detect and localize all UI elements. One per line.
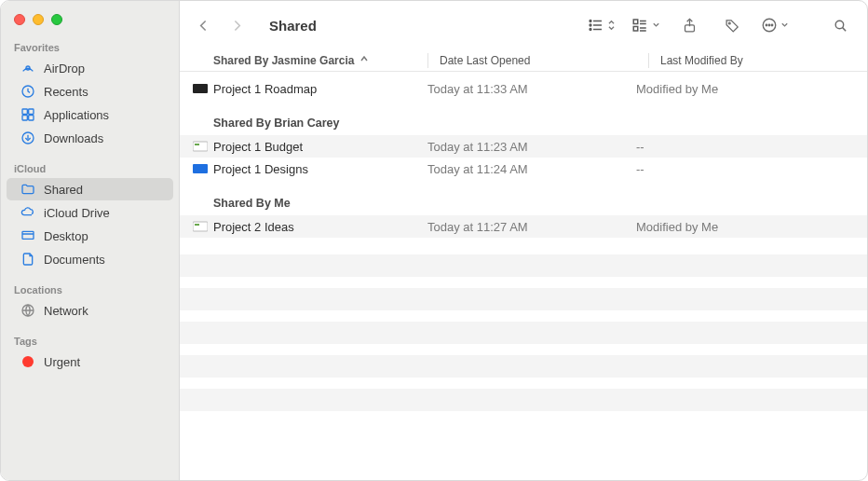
more-button[interactable] bbox=[761, 17, 789, 34]
svg-rect-26 bbox=[195, 224, 199, 226]
file-date: Today at 11:27 AM bbox=[427, 220, 636, 234]
sidebar-group-tags: Tags Urgent bbox=[1, 332, 179, 383]
file-modified-by: -- bbox=[636, 162, 867, 176]
toolbar-actions bbox=[588, 12, 854, 38]
column-header-label: Shared By Jasmine Garcia bbox=[213, 54, 354, 67]
globe-icon bbox=[20, 303, 35, 319]
group-header: Shared By Me bbox=[180, 180, 867, 215]
file-name: Project 2 Ideas bbox=[213, 220, 427, 234]
svg-point-15 bbox=[728, 22, 730, 24]
sidebar-item-icloud-drive[interactable]: iCloud Drive bbox=[7, 201, 173, 224]
forward-button[interactable] bbox=[223, 12, 251, 38]
chevron-down-icon bbox=[652, 20, 660, 31]
back-button[interactable] bbox=[189, 12, 217, 38]
sidebar-item-label: Desktop bbox=[44, 229, 88, 243]
sidebar-group-title: iCloud bbox=[1, 159, 179, 178]
doc-dark-icon bbox=[191, 83, 210, 94]
sidebar-group-title: Locations bbox=[1, 281, 179, 299]
svg-point-20 bbox=[835, 21, 844, 29]
tag-dot-icon bbox=[20, 354, 35, 370]
sidebar-item-label: Shared bbox=[44, 183, 83, 197]
sidebar-group-title: Favorites bbox=[1, 38, 179, 57]
group-header: Shared By Brian Carey bbox=[180, 100, 867, 135]
svg-rect-25 bbox=[193, 222, 208, 231]
column-headers: Shared By Jasmine Garcia Date Last Opene… bbox=[180, 49, 867, 72]
chevron-down-icon bbox=[780, 20, 789, 31]
documents-icon bbox=[20, 252, 35, 268]
sidebar-item-network[interactable]: Network bbox=[7, 299, 173, 322]
column-header-name[interactable]: Shared By Jasmine Garcia bbox=[213, 54, 427, 67]
svg-rect-23 bbox=[195, 144, 199, 145]
view-list-button[interactable] bbox=[588, 17, 616, 34]
search-button[interactable] bbox=[826, 12, 854, 38]
sidebar-item-label: Recents bbox=[44, 85, 88, 99]
sidebar-item-label: Urgent bbox=[44, 355, 80, 369]
svg-rect-7 bbox=[22, 231, 34, 239]
shared-folder-icon bbox=[20, 182, 35, 198]
column-header-date[interactable]: Date Last Opened bbox=[440, 54, 648, 67]
window-title: Shared bbox=[269, 18, 317, 34]
svg-rect-12 bbox=[633, 20, 638, 24]
column-header-modified[interactable]: Last Modified By bbox=[660, 54, 867, 67]
file-date: Today at 11:33 AM bbox=[427, 82, 636, 96]
desktop-icon bbox=[20, 228, 35, 244]
svg-rect-22 bbox=[193, 142, 208, 151]
svg-rect-4 bbox=[22, 116, 27, 120]
file-list: Shared By Jasmine Garcia Date Last Opene… bbox=[180, 49, 867, 480]
doc-sheet-icon bbox=[191, 221, 210, 232]
sidebar-item-label: AirDrop bbox=[44, 62, 85, 76]
file-name: Project 1 Designs bbox=[213, 162, 427, 176]
sidebar-item-downloads[interactable]: Downloads bbox=[7, 127, 173, 149]
file-modified-by: -- bbox=[636, 140, 867, 154]
file-row[interactable]: Project 1 Roadmap Today at 11:33 AM Modi… bbox=[180, 77, 867, 100]
doc-sheet-icon bbox=[191, 141, 210, 152]
doc-blue-icon bbox=[191, 163, 210, 174]
svg-rect-2 bbox=[22, 109, 27, 114]
sidebar-group-favorites: Favorites AirDrop Recents Applications bbox=[1, 38, 179, 159]
svg-rect-13 bbox=[633, 27, 638, 32]
sidebar-group-title: Tags bbox=[1, 332, 179, 350]
svg-point-11 bbox=[590, 29, 591, 31]
svg-point-10 bbox=[590, 24, 591, 26]
file-name: Project 1 Budget bbox=[213, 140, 427, 154]
file-row[interactable]: Project 1 Designs Today at 11:24 AM -- bbox=[180, 158, 867, 180]
empty-rows bbox=[180, 254, 867, 411]
file-row[interactable]: Project 1 Budget Today at 11:23 AM -- bbox=[180, 135, 867, 158]
sidebar-item-label: Downloads bbox=[44, 131, 103, 145]
file-name: Project 1 Roadmap bbox=[213, 82, 427, 96]
svg-rect-21 bbox=[193, 84, 208, 93]
minimize-window-button[interactable] bbox=[33, 14, 44, 25]
sort-ascending-icon bbox=[359, 54, 369, 67]
column-header-label: Date Last Opened bbox=[440, 54, 530, 67]
sidebar-item-shared[interactable]: Shared bbox=[7, 178, 173, 200]
share-button[interactable] bbox=[675, 12, 703, 38]
file-modified-by: Modified by Me bbox=[636, 82, 867, 96]
fullscreen-window-button[interactable] bbox=[51, 14, 62, 25]
close-window-button[interactable] bbox=[14, 14, 25, 25]
window-controls bbox=[1, 8, 179, 38]
view-group-button[interactable] bbox=[631, 17, 660, 34]
download-icon bbox=[20, 131, 35, 146]
sidebar-item-desktop[interactable]: Desktop bbox=[7, 225, 173, 247]
tags-button[interactable] bbox=[718, 12, 746, 38]
cloud-icon bbox=[20, 205, 35, 221]
sidebar-group-icloud: iCloud Shared iCloud Drive Desktop bbox=[1, 159, 179, 281]
chevron-updown-icon bbox=[607, 20, 616, 31]
sidebar-item-label: Documents bbox=[44, 253, 105, 267]
svg-point-18 bbox=[768, 24, 770, 26]
sidebar-item-tag-urgent[interactable]: Urgent bbox=[7, 350, 173, 373]
sidebar-item-recents[interactable]: Recents bbox=[7, 80, 173, 103]
svg-point-19 bbox=[771, 24, 773, 26]
file-row[interactable]: Project 2 Ideas Today at 11:27 AM Modifi… bbox=[180, 215, 867, 238]
file-modified-by: Modified by Me bbox=[636, 220, 867, 234]
main-pane: Shared bbox=[180, 1, 867, 480]
sidebar-item-airdrop[interactable]: AirDrop bbox=[7, 57, 173, 79]
sidebar-item-applications[interactable]: Applications bbox=[7, 103, 173, 126]
file-date: Today at 11:23 AM bbox=[427, 140, 636, 154]
svg-rect-5 bbox=[28, 116, 33, 120]
apps-icon bbox=[20, 107, 35, 123]
sidebar-item-documents[interactable]: Documents bbox=[7, 248, 173, 270]
airdrop-icon bbox=[20, 61, 35, 76]
svg-rect-24 bbox=[193, 164, 208, 173]
svg-rect-3 bbox=[28, 109, 33, 114]
